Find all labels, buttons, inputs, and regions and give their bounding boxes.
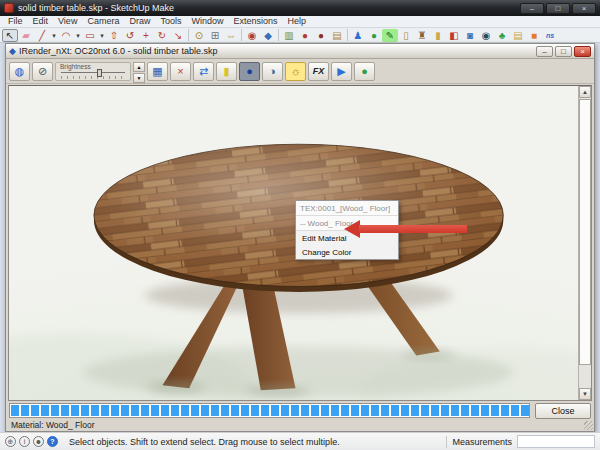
credits-icon[interactable]: i bbox=[19, 436, 30, 447]
material-sphere-icon[interactable]: ◑ bbox=[262, 62, 283, 81]
irender-toolbar: ◍⊘ Brightness ▲ ▼ ▦×⇄▮●◑☼FX▶● bbox=[6, 59, 594, 84]
brightness-up-button[interactable]: ▲ bbox=[133, 62, 145, 72]
pushpull-tool-icon[interactable]: ⇧ bbox=[106, 29, 122, 42]
menu-window[interactable]: Window bbox=[186, 16, 228, 27]
main-toolbar: ↖▰╱▾◠▾▭▾⇧↺+↻↘⊙⊞⇔◉◆▥●●▤♟●✎▯♜▮◧◙◉♣▤■ns bbox=[0, 28, 600, 43]
account-icon[interactable]: ☻ bbox=[33, 436, 44, 447]
eye-sphere-icon[interactable]: ◉ bbox=[478, 29, 494, 42]
progress-segment bbox=[431, 405, 439, 416]
context-menu-item-change-color[interactable]: Change Color bbox=[296, 245, 398, 259]
refresh-render-icon[interactable]: ⇄ bbox=[193, 62, 214, 81]
arrow-head-icon bbox=[344, 220, 360, 238]
package-icon[interactable]: ■ bbox=[526, 29, 542, 42]
stop-render-icon[interactable]: ⊘ bbox=[32, 62, 53, 81]
line-dropdown-icon[interactable]: ▾ bbox=[50, 29, 58, 42]
clipboard-icon[interactable]: ▯ bbox=[398, 29, 414, 42]
edit-render-icon[interactable]: ✎ bbox=[382, 29, 398, 42]
section-plane-icon[interactable]: ▥ bbox=[281, 29, 297, 42]
lights-icon[interactable]: ☼ bbox=[285, 62, 306, 81]
arc-dropdown-icon[interactable]: ▾ bbox=[74, 29, 82, 42]
progress-segment bbox=[501, 405, 509, 416]
eraser-tool-icon[interactable]: ▰ bbox=[18, 29, 34, 42]
zoom-tool-icon[interactable]: ⊙ bbox=[191, 29, 207, 42]
menu-tools[interactable]: Tools bbox=[155, 16, 186, 27]
progress-segment bbox=[211, 405, 219, 416]
menu-draw[interactable]: Draw bbox=[124, 16, 155, 27]
close-button[interactable]: × bbox=[572, 3, 596, 14]
move-tool-icon[interactable]: + bbox=[138, 29, 154, 42]
pan-tool-icon[interactable]: ⇔ bbox=[223, 29, 239, 42]
menu-view[interactable]: View bbox=[53, 16, 82, 27]
progress-segment bbox=[161, 405, 169, 416]
statusbar: ⊕i☻? Select objects. Shift to extend sel… bbox=[0, 432, 600, 450]
brightness-down-button[interactable]: ▼ bbox=[133, 73, 145, 83]
shadows-icon[interactable]: ● bbox=[297, 29, 313, 42]
brush-icon[interactable]: ▮ bbox=[430, 29, 446, 42]
measurements-input[interactable] bbox=[517, 435, 595, 448]
brightness-track bbox=[61, 72, 125, 73]
render-progress-row: Close bbox=[9, 402, 591, 419]
irender-restore-button[interactable]: □ bbox=[555, 46, 572, 57]
geolocation-icon[interactable]: ⊕ bbox=[5, 436, 16, 447]
progress-segment bbox=[31, 405, 39, 416]
spin-top-icon[interactable]: ♜ bbox=[414, 29, 430, 42]
sandbox-icon[interactable]: ♟ bbox=[350, 29, 366, 42]
rotate-tool-icon[interactable]: ↻ bbox=[154, 29, 170, 42]
line-tool-icon[interactable]: ╱ bbox=[34, 29, 50, 42]
vertical-scrollbar[interactable]: ▲ ▼ bbox=[578, 86, 591, 400]
ok-render-icon[interactable]: ● bbox=[354, 62, 375, 81]
match-photo-icon[interactable]: ▤ bbox=[329, 29, 345, 42]
render-camera-icon[interactable]: ◙ bbox=[462, 29, 478, 42]
orbit-tool-icon[interactable]: ◉ bbox=[244, 29, 260, 42]
styles-icon[interactable]: ● bbox=[313, 29, 329, 42]
irender-app-icon: ◆ bbox=[9, 46, 16, 56]
battery-icon[interactable]: ▮ bbox=[216, 62, 237, 81]
progress-segment bbox=[121, 405, 129, 416]
progress-segment bbox=[311, 405, 319, 416]
cancel-render-icon[interactable]: × bbox=[170, 62, 191, 81]
progress-segment bbox=[371, 405, 379, 416]
start-render-icon[interactable]: ◍ bbox=[9, 62, 30, 81]
scale-tool-icon[interactable]: ↘ bbox=[170, 29, 186, 42]
brightness-thumb[interactable] bbox=[97, 69, 102, 77]
menu-help[interactable]: Help bbox=[282, 16, 311, 27]
zoom-window-tool-icon[interactable]: ⊞ bbox=[207, 29, 223, 42]
scroll-down-button[interactable]: ▼ bbox=[579, 388, 591, 400]
resize-grip[interactable] bbox=[584, 421, 593, 430]
irender-minimize-button[interactable]: – bbox=[536, 46, 553, 57]
progress-segment bbox=[331, 405, 339, 416]
arc-tool-icon[interactable]: ◠ bbox=[58, 29, 74, 42]
menu-file[interactable]: File bbox=[3, 16, 28, 27]
position-camera-icon[interactable]: ◆ bbox=[260, 29, 276, 42]
irender-close-dialog-button[interactable]: Close bbox=[535, 403, 591, 419]
rectangle-tool-icon[interactable]: ▭ bbox=[82, 29, 98, 42]
materials-box-icon[interactable]: ◧ bbox=[446, 29, 462, 42]
menu-edit[interactable]: Edit bbox=[28, 16, 54, 27]
nxt-icon[interactable]: ns bbox=[542, 29, 558, 42]
scrollbar-thumb[interactable] bbox=[579, 99, 591, 365]
render-sphere-icon[interactable]: ● bbox=[366, 29, 382, 42]
brightness-slider[interactable]: Brightness bbox=[55, 62, 131, 81]
scroll-up-button[interactable]: ▲ bbox=[579, 86, 591, 98]
sphere-options-icon[interactable]: ● bbox=[239, 62, 260, 81]
leaf-icon[interactable]: ♣ bbox=[494, 29, 510, 42]
select-tool-icon[interactable]: ↖ bbox=[2, 29, 18, 42]
irender-titlebar[interactable]: ◆ IRender_nXt: OC20nxt 6.0 - solid timbe… bbox=[6, 44, 594, 59]
irender-title: IRender_nXt: OC20nxt 6.0 - solid timber … bbox=[19, 46, 218, 56]
progress-segment bbox=[521, 405, 529, 416]
help-icon[interactable]: ? bbox=[47, 436, 58, 447]
progress-segment bbox=[401, 405, 409, 416]
resume-render-icon[interactable]: ▶ bbox=[331, 62, 352, 81]
followme-tool-icon[interactable]: ↺ bbox=[122, 29, 138, 42]
brightness-ticks bbox=[61, 76, 125, 79]
save-image-icon[interactable]: ▦ bbox=[147, 62, 168, 81]
menu-extensions[interactable]: Extensions bbox=[228, 16, 282, 27]
irender-close-button[interactable]: × bbox=[574, 46, 591, 57]
folder-icon[interactable]: ▤ bbox=[510, 29, 526, 42]
rectangle-dropdown-icon[interactable]: ▾ bbox=[98, 29, 106, 42]
fx-button[interactable]: FX bbox=[308, 62, 329, 81]
menu-camera[interactable]: Camera bbox=[82, 16, 124, 27]
measurements-label: Measurements bbox=[452, 437, 512, 447]
maximize-button[interactable]: □ bbox=[546, 3, 570, 14]
minimize-button[interactable]: – bbox=[520, 3, 544, 14]
